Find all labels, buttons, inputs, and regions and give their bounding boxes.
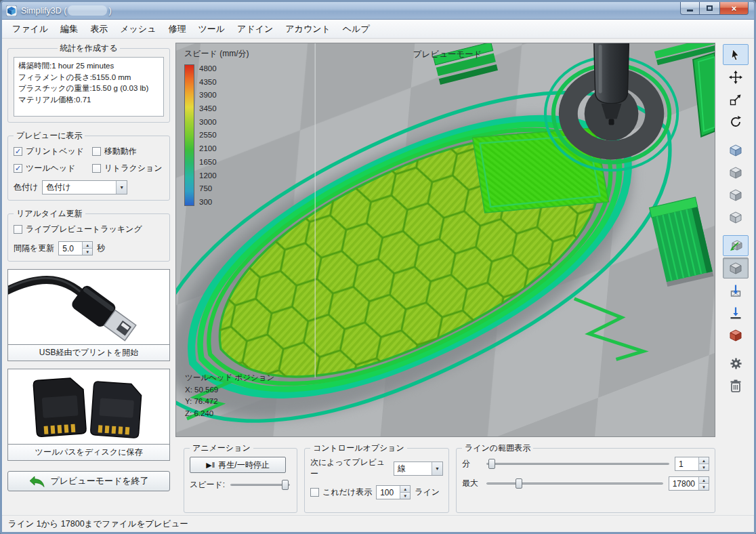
- menu-bar: ファイル 編集 表示 メッシュ 修理 ツール アドイン アカウント ヘルプ: [2, 20, 754, 39]
- save-toolpaths-button[interactable]: ツールパスをディスクに保存: [7, 369, 170, 461]
- exit-preview-mode-button[interactable]: プレビューモードを終了: [7, 471, 170, 491]
- checkbox-label: リトラクション: [104, 163, 163, 174]
- slider-thumb[interactable]: [488, 459, 495, 469]
- view-side-button[interactable]: [723, 207, 749, 228]
- range-min-spinner[interactable]: 1 ▲▼: [675, 457, 709, 471]
- select-tool-button[interactable]: [723, 44, 749, 65]
- view-front-button[interactable]: [723, 184, 749, 205]
- spin-down-icon[interactable]: ▼: [699, 464, 709, 470]
- stat-material-cost: マテリアル価格:0.71: [18, 94, 159, 106]
- rotate-tool-button[interactable]: [723, 111, 749, 132]
- menu-item-file[interactable]: ファイル: [6, 20, 54, 38]
- slider-track[interactable]: [230, 484, 290, 486]
- spin-up-icon[interactable]: ▲: [400, 486, 410, 493]
- checkbox-label: プリントベッド: [26, 146, 84, 157]
- slider-track[interactable]: [486, 463, 669, 465]
- play-pause-button[interactable]: ▶‖ 再生/一時停止: [190, 457, 286, 473]
- delete-model-button[interactable]: [723, 375, 749, 396]
- legend-value: 1200: [199, 171, 217, 180]
- control-options-title: コントロールオプション: [310, 443, 407, 454]
- checkbox-travel-moves[interactable]: 移動動作: [92, 146, 164, 157]
- render-model-tool-button[interactable]: [723, 258, 749, 279]
- spinner-value: 100: [377, 486, 400, 499]
- window-title: Simplify3D (): [21, 5, 112, 16]
- cursor-icon: [730, 49, 742, 61]
- spin-down-icon[interactable]: ▼: [83, 249, 92, 255]
- title-bar[interactable]: Simplify3D () ×: [2, 2, 754, 20]
- checkbox-live-preview-tracking[interactable]: ライブプレビュートラッキング: [14, 224, 164, 235]
- update-interval-label: 間隔を更新: [14, 243, 54, 254]
- usb-button-label: USB経由でプリントを開始: [8, 344, 169, 361]
- window-controls: ×: [680, 2, 749, 15]
- realtime-group-title: リアルタイム更新: [14, 208, 85, 220]
- toolhead-position-title: ツールヘッド ポジション: [185, 372, 274, 384]
- scale-icon: [729, 93, 742, 106]
- cross-section-tool-button[interactable]: [723, 325, 749, 346]
- wireframe-view-tool-button[interactable]: [723, 280, 749, 301]
- move-tool-button[interactable]: [723, 66, 749, 87]
- menu-item-repair[interactable]: 修理: [162, 20, 192, 38]
- checkbox-print-bed[interactable]: プリントベッド: [14, 146, 89, 157]
- app-icon: [6, 5, 17, 16]
- slider-thumb[interactable]: [516, 478, 522, 489]
- show-only-spinner[interactable]: 100 ▲▼: [376, 485, 411, 499]
- play-pause-icon: ▶‖: [206, 461, 215, 470]
- menu-item-addins[interactable]: アドイン: [231, 20, 279, 38]
- range-min-slider[interactable]: [485, 458, 671, 470]
- animation-group-title: アニメーション: [190, 443, 253, 454]
- menu-item-account[interactable]: アカウント: [279, 20, 337, 38]
- checkbox-box: [92, 147, 101, 156]
- view-top-button[interactable]: [723, 162, 749, 183]
- menu-item-help[interactable]: ヘルプ: [337, 20, 376, 38]
- spinner-value: 1: [675, 457, 698, 470]
- spin-up-icon[interactable]: ▲: [699, 477, 709, 484]
- menu-item-tools[interactable]: ツール: [192, 20, 231, 38]
- toolhead-x: X: 50.569: [185, 384, 274, 396]
- preview-viewport[interactable]: スピード (mm/分) 4800 4350 3900 3450 3000 255…: [175, 43, 715, 437]
- view-iso-button[interactable]: [723, 140, 749, 161]
- scale-tool-button[interactable]: [723, 89, 749, 110]
- range-max-slider[interactable]: [485, 478, 665, 489]
- checkbox-label: ライブプレビュートラッキング: [26, 224, 142, 235]
- settings-button[interactable]: [723, 353, 749, 374]
- print-over-usb-button[interactable]: USB経由でプリントを開始: [7, 269, 170, 361]
- checkbox-tool-head[interactable]: ツールヘッド: [14, 163, 89, 174]
- minimize-button[interactable]: [680, 2, 700, 15]
- stat-plastic-weight: プラスチックの重量:15.50 g (0.03 lb): [18, 83, 159, 94]
- slider-track[interactable]: [486, 482, 663, 485]
- checkbox-show-only[interactable]: これだけ表示: [310, 487, 372, 498]
- cube-iso-icon: [729, 144, 742, 157]
- menu-item-view[interactable]: 表示: [84, 20, 114, 38]
- legend-value: 2550: [199, 131, 217, 139]
- preview-by-dropdown[interactable]: 線 ▼: [394, 461, 443, 476]
- drop-to-bed-tool-button[interactable]: [723, 302, 749, 323]
- speed-legend-title: スピード (mm/分): [184, 48, 249, 60]
- preview-by-value: 線: [394, 462, 432, 475]
- line-range-title: ラインの範囲表示: [462, 443, 533, 454]
- animation-speed-slider[interactable]: [229, 479, 291, 491]
- maximize-button[interactable]: [700, 2, 719, 15]
- legend-value: 3900: [199, 91, 217, 99]
- wireframe-down-arrow-icon: [729, 284, 742, 297]
- stat-build-time: 構築時間:1 hour 25 minutes: [18, 60, 159, 72]
- chevron-down-icon: ▼: [116, 181, 127, 194]
- spin-down-icon[interactable]: ▼: [699, 484, 709, 490]
- cube-side-icon: [729, 211, 742, 224]
- spin-up-icon[interactable]: ▲: [699, 457, 709, 464]
- preview-display-group: プレビューに表示 プリントベッド 移動動作 ツールヘッド: [7, 130, 170, 201]
- spin-down-icon[interactable]: ▼: [400, 493, 410, 499]
- spin-up-icon[interactable]: ▲: [83, 242, 92, 249]
- update-interval-spinner[interactable]: 5.0 ▲▼: [58, 241, 93, 255]
- coloring-dropdown[interactable]: 色付け ▼: [42, 180, 127, 194]
- range-max-spinner[interactable]: 17800 ▲▼: [669, 476, 709, 491]
- close-button[interactable]: ×: [719, 2, 749, 15]
- place-surface-tool-button[interactable]: [723, 235, 749, 256]
- speed-slider-label: スピード:: [190, 479, 225, 491]
- slider-thumb[interactable]: [282, 480, 289, 490]
- line-range-group: ラインの範囲表示 分 1 ▲▼ 最大: [456, 443, 715, 513]
- menu-item-edit[interactable]: 編集: [54, 20, 84, 38]
- close-icon: ×: [732, 3, 737, 14]
- menu-item-mesh[interactable]: メッシュ: [114, 20, 162, 38]
- checkbox-retraction[interactable]: リトラクション: [92, 163, 164, 174]
- legend-value: 3450: [199, 104, 217, 112]
